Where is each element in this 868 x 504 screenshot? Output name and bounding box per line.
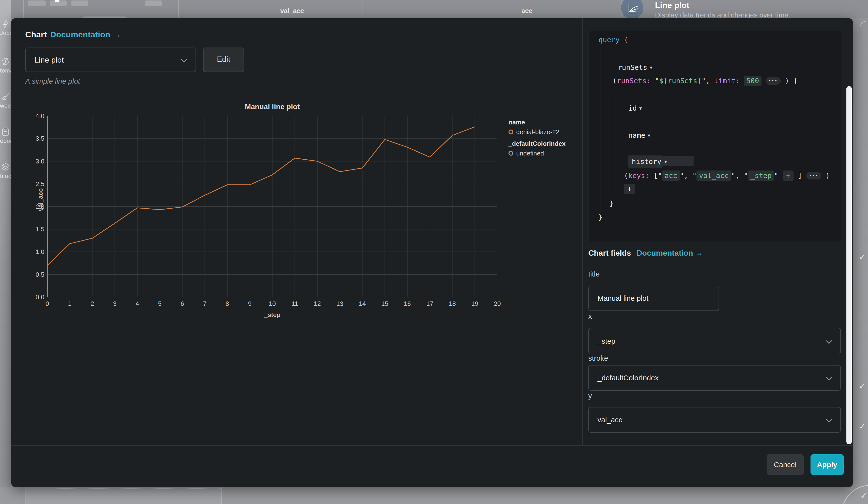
code-token: ▾ — [645, 133, 650, 138]
query-line[interactable]: runSets▾ — [618, 62, 652, 73]
y-tick-label: 3.5 — [30, 135, 44, 143]
code-token: runSets: — [617, 77, 651, 85]
x-tick-label: 10 — [265, 300, 280, 307]
toolbar-button — [145, 0, 162, 6]
code-token: history — [628, 156, 662, 168]
toolbar-tab — [54, 0, 60, 2]
toolbar-button — [71, 0, 88, 6]
query-line[interactable]: name▾ — [628, 130, 650, 141]
y-tick-label: 1.0 — [30, 248, 44, 256]
panel-title-acc: acc — [521, 7, 532, 15]
documentation-link[interactable]: Documentation → — [50, 30, 121, 39]
code-token: " — [774, 171, 783, 180]
legend-group-title: _defaultColorIndex — [508, 139, 566, 148]
panel-divider — [23, 0, 24, 18]
x-tick-label: 6 — [175, 300, 190, 307]
x-tick-label: 3 — [107, 300, 122, 307]
legend-ring-icon — [508, 151, 513, 156]
modal-title: Chart — [25, 30, 47, 39]
documentation-link[interactable]: Documentation → — [637, 249, 703, 258]
apply-button[interactable]: Apply — [810, 454, 844, 475]
code-token: ( — [612, 77, 617, 85]
automation-icon — [1, 56, 10, 66]
code-pill[interactable]: _step — [748, 170, 774, 181]
sidebar-item-eports[interactable]: eports — [0, 127, 11, 144]
x-tick-label: 16 — [400, 300, 415, 307]
query-line: query { — [599, 34, 628, 45]
background-line — [854, 459, 868, 459]
query-line[interactable]: (runSets: "${runSets}", limit: 500 ••• )… — [612, 75, 798, 86]
query-editor[interactable]: query {runSets▾(runSets: "${runSets}", l… — [588, 31, 841, 242]
field-label-stroke: stroke — [588, 354, 608, 363]
code-pill[interactable]: ••• — [766, 77, 781, 85]
sidebar-item-label: Jobs — [0, 30, 11, 36]
code-token — [740, 77, 744, 85]
x-tick-label: 0 — [40, 300, 54, 307]
sidebar-item-toma[interactable]: toma — [0, 56, 11, 74]
modal-scrollbar-thumb[interactable] — [846, 86, 852, 444]
x-field-select[interactable]: _step — [588, 328, 841, 354]
code-token: limit: — [714, 77, 740, 85]
y-field-select[interactable]: val_acc — [588, 407, 841, 433]
x-tick-label: 4 — [130, 300, 145, 307]
sidebar-item-tifact[interactable]: tifact — [0, 162, 11, 179]
line-plot: 01234567891011121314151617181920 0.00.51… — [47, 116, 497, 297]
x-tick-label: 15 — [378, 300, 392, 307]
indent-guide — [611, 90, 611, 194]
code-token: ) { — [781, 77, 798, 85]
x-tick-label: 19 — [467, 300, 482, 307]
query-line: } — [598, 212, 602, 223]
code-token: ${runSets} — [659, 77, 702, 85]
sidebar-item-label: weeps — [0, 102, 11, 109]
check-icon: ✓ — [859, 252, 866, 262]
layers-icon — [1, 162, 10, 172]
code-pill[interactable]: 500 — [744, 76, 761, 86]
code-token: { — [620, 36, 628, 44]
x-axis-label: _step — [47, 311, 497, 319]
sidebar-item-jobs[interactable]: Jobs — [0, 19, 11, 36]
check-icon: ✓ — [859, 421, 866, 431]
title-input[interactable]: Manual line plot — [588, 286, 719, 311]
x-tick-label: 12 — [310, 300, 324, 307]
background-dotted-line — [56, 489, 221, 489]
toolbar-button — [28, 0, 45, 6]
code-token: } — [598, 213, 602, 221]
stroke-field-select[interactable]: _defaultColorIndex — [588, 365, 841, 391]
x-tick-label: 7 — [197, 300, 212, 307]
code-token: } — [609, 199, 613, 208]
title-input-value: Manual line plot — [598, 294, 649, 303]
sidebar-item-weeps[interactable]: weeps — [0, 92, 11, 109]
code-token: " — [651, 77, 659, 85]
screen: val_acc acc Jobstomaweepseportstifact Li… — [0, 0, 868, 504]
chart-type-select[interactable]: Line plot — [25, 48, 196, 72]
query-line[interactable]: id▾ — [628, 103, 642, 114]
query-line[interactable]: (keys: ["acc", "val_acc", "_step" + ] ••… — [624, 170, 830, 181]
x-tick-label: 17 — [423, 300, 437, 307]
code-pill[interactable]: + — [783, 170, 794, 181]
legend-item-label: genial-blaze-22 — [516, 128, 559, 136]
cancel-button[interactable]: Cancel — [767, 454, 804, 475]
y-tick-label: 0.5 — [30, 271, 44, 279]
edit-button[interactable]: Edit — [203, 48, 244, 72]
y-tick-label: 4.0 — [30, 112, 44, 120]
field-label-x: x — [588, 312, 592, 321]
legend-item: genial-blaze-22 — [508, 128, 566, 136]
code-token — [762, 77, 766, 85]
code-pill[interactable]: acc — [662, 170, 680, 181]
lightning-bolt-icon — [1, 19, 10, 29]
chart-fields-heading: Chart fields — [588, 249, 631, 258]
check-icon: ✓ — [859, 381, 866, 391]
code-pill[interactable]: val_acc — [696, 170, 731, 181]
query-line[interactable]: + — [624, 183, 635, 195]
x-tick-label: 11 — [288, 300, 302, 307]
background-corner-arc — [860, 21, 868, 41]
indent-guide — [600, 48, 600, 218]
chart-editor-modal: Chart Documentation → Line plot Edit A s… — [11, 18, 853, 487]
code-pill[interactable]: ••• — [806, 172, 822, 179]
code-pill[interactable]: + — [624, 184, 635, 194]
chevron-down-icon — [826, 374, 832, 380]
code-token: ▾ — [637, 105, 642, 111]
code-token: query — [599, 36, 620, 44]
code-token: runSets — [618, 63, 647, 72]
query-line[interactable]: history▾ — [628, 156, 694, 167]
